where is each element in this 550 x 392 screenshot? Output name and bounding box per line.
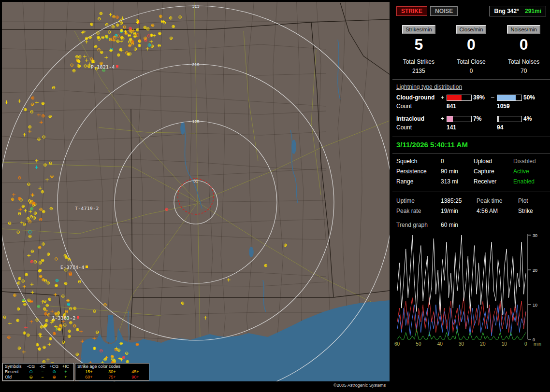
strike-symbol bbox=[19, 208, 22, 211]
strike-symbol bbox=[24, 209, 27, 212]
strike-symbol bbox=[23, 285, 26, 288]
strike-symbol bbox=[35, 166, 38, 169]
strike-symbol bbox=[117, 349, 120, 352]
strike-symbol bbox=[149, 40, 153, 43]
trend-x-label: 60 bbox=[394, 341, 400, 347]
strike-symbol bbox=[39, 218, 42, 221]
copyright-text: ©2005 Astrogenic Systems bbox=[333, 383, 386, 388]
strike-symbol bbox=[25, 273, 28, 276]
storm-track-marker bbox=[116, 65, 118, 68]
strike-symbol bbox=[120, 29, 123, 32]
legend-symbol: ⊕ bbox=[48, 375, 60, 380]
strike-symbol bbox=[47, 281, 50, 284]
strike-symbol bbox=[136, 343, 139, 346]
plus-sign: + bbox=[441, 115, 447, 122]
map-canvas: 31321912531 P-1821-4T-4719-2E-3774-4J-33… bbox=[2, 2, 390, 381]
strike-symbol bbox=[27, 254, 30, 257]
strike-symbol bbox=[94, 45, 97, 48]
legend-header: +CG bbox=[48, 364, 60, 369]
strike-symbol bbox=[127, 53, 130, 56]
age-code: 75+ bbox=[101, 375, 124, 380]
strike-symbol bbox=[40, 121, 43, 124]
ic-negative-count: 94 bbox=[497, 124, 522, 131]
close-per-min-button[interactable]: Close/min bbox=[456, 25, 487, 34]
cg-positive-count: 841 bbox=[447, 103, 472, 110]
strike-symbol bbox=[138, 40, 141, 43]
trend-graph: 3020100 6050403020100min bbox=[396, 232, 547, 354]
strike-symbol bbox=[44, 164, 47, 167]
strikes-per-min-value: 5 bbox=[392, 36, 445, 54]
strike-symbol bbox=[70, 322, 72, 324]
squelch-value: 0 bbox=[441, 157, 474, 166]
strike-symbol bbox=[43, 308, 46, 310]
total-strikes-value: 2135 bbox=[392, 68, 445, 74]
mode-bar: STRIKE NOISE Bng 342° 291mi bbox=[392, 0, 550, 18]
lightning-map[interactable]: 31321912531 P-1821-4T-4719-2E-3774-4J-33… bbox=[2, 2, 390, 381]
strike-symbol bbox=[38, 347, 41, 350]
legend-row-label: Recent bbox=[5, 369, 25, 375]
squelch-label: Squelch bbox=[396, 157, 441, 166]
strike-symbol bbox=[136, 28, 139, 31]
bearing-label: Bng 342° bbox=[494, 8, 519, 14]
strike-symbol bbox=[30, 260, 33, 263]
strike-symbol bbox=[69, 272, 72, 275]
strike-symbol bbox=[67, 299, 70, 302]
noises-per-min-button[interactable]: Noises/min bbox=[507, 25, 540, 34]
strike-symbol bbox=[129, 27, 132, 30]
trend-x-label: 0 bbox=[524, 341, 527, 347]
count-label: Count bbox=[396, 124, 441, 131]
rates-section: Strikes/min 5 Total Strikes 2135 Close/m… bbox=[392, 25, 550, 74]
strike-symbol bbox=[89, 36, 92, 39]
strikes-per-min-button[interactable]: Strikes/min bbox=[402, 25, 435, 34]
strike-symbol bbox=[101, 51, 103, 54]
strike-symbol bbox=[98, 17, 101, 20]
storm-track-marker bbox=[86, 266, 88, 268]
cg-negative-bar bbox=[497, 95, 522, 101]
settings-row: Persistence 90 min Capture Active bbox=[392, 167, 550, 177]
total-strikes-label: Total Strikes bbox=[392, 58, 445, 65]
strike-symbol bbox=[47, 314, 50, 317]
capture-label: Capture bbox=[474, 168, 513, 176]
strike-symbol bbox=[49, 115, 52, 118]
strike-symbol bbox=[42, 114, 45, 117]
strike-symbol bbox=[50, 309, 54, 313]
age-color-legend: Strike age color codes15+30+45+60+75+90+ bbox=[75, 363, 149, 381]
total-close-value: 0 bbox=[445, 68, 498, 74]
strike-mode-button[interactable]: STRIKE bbox=[396, 6, 427, 16]
settings-row: Squelch 0 Upload Disabled bbox=[392, 156, 550, 167]
plot-value: Strike bbox=[518, 207, 546, 215]
strike-symbol bbox=[113, 359, 116, 362]
uptime-value: 1385:25 bbox=[441, 197, 477, 205]
strike-symbol bbox=[28, 129, 31, 133]
strike-symbol bbox=[55, 327, 58, 331]
strike-symbol bbox=[121, 38, 124, 41]
strike-symbol bbox=[78, 56, 81, 58]
cg-positive-pct: 39% bbox=[472, 94, 491, 101]
strike-symbol bbox=[97, 32, 100, 35]
strike-symbol bbox=[108, 31, 111, 34]
strike-symbol bbox=[129, 44, 131, 47]
strike-symbol bbox=[29, 126, 31, 128]
noise-mode-button[interactable]: NOISE bbox=[430, 6, 458, 16]
strike-symbol bbox=[87, 65, 90, 68]
peak-rate-value: 19/min bbox=[441, 207, 477, 215]
strike-symbol bbox=[58, 328, 61, 331]
strike-symbol bbox=[104, 56, 108, 59]
strike-symbol bbox=[90, 23, 93, 26]
strike-symbol bbox=[146, 28, 149, 30]
strike-symbol bbox=[3, 316, 6, 319]
strike-symbol bbox=[44, 324, 47, 327]
minus-sign: – bbox=[491, 94, 497, 101]
strike-symbol bbox=[14, 294, 16, 297]
strike-symbol bbox=[179, 16, 182, 19]
strike-symbol bbox=[41, 259, 44, 262]
intracloud-label: Intracloud bbox=[396, 115, 441, 122]
trend-graph-label: Trend graph bbox=[396, 221, 441, 229]
strike-symbol bbox=[22, 205, 25, 208]
strike-symbol bbox=[47, 253, 50, 256]
legend-symbol: ⊖ bbox=[25, 375, 37, 380]
legend-header: Symbols bbox=[5, 364, 25, 369]
strike-symbol bbox=[100, 12, 102, 15]
cg-positive-bar bbox=[447, 95, 472, 101]
strike-symbol bbox=[52, 86, 55, 89]
